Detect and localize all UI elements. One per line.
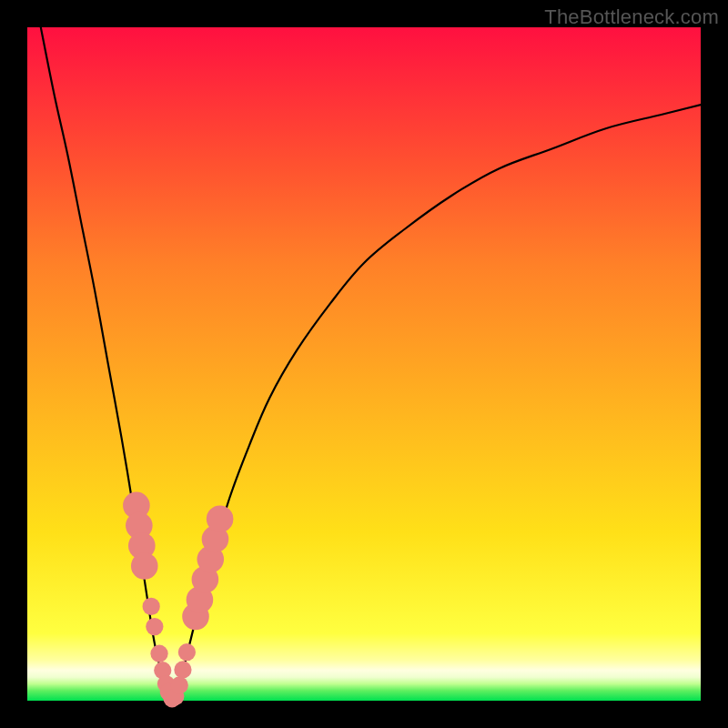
chart-svg (27, 27, 701, 701)
marker-point (171, 676, 188, 693)
marker-point (207, 505, 234, 532)
watermark-text: TheBottleneck.com (544, 5, 719, 29)
marker-point (143, 598, 160, 615)
marker-group (123, 492, 233, 708)
marker-point (146, 618, 163, 635)
marker-point (131, 552, 158, 580)
curve-right-branch (172, 105, 701, 701)
marker-point (174, 661, 191, 678)
marker-point (178, 643, 196, 661)
chart-plot-area (27, 27, 701, 701)
marker-point (150, 645, 167, 662)
